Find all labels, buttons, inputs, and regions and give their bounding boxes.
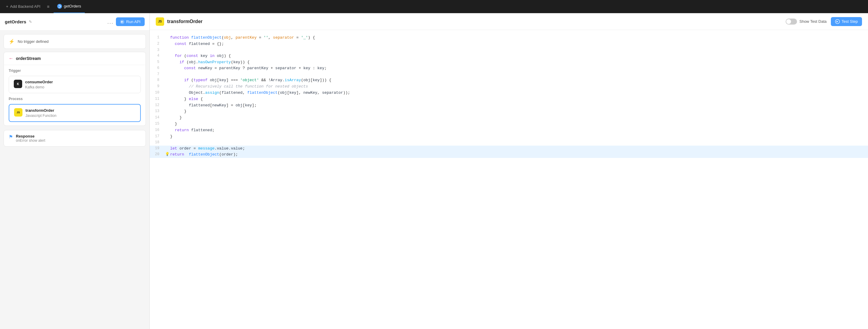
lightning-icon: ⚡ — [9, 39, 15, 44]
more-button[interactable]: ... — [107, 19, 114, 25]
code-line-5: 5 if (obj.hasOwnProperty(key)) { — [150, 59, 868, 66]
test-step-button[interactable]: ▶ Test Step — [831, 17, 862, 26]
code-line-12: 12 flattened[newKey] = obj[key]; — [150, 102, 868, 109]
menu-icon[interactable]: ≡ — [45, 3, 51, 10]
title-area: getOrders ✎ — [5, 19, 32, 24]
response-card[interactable]: ⚑ Response onError show alert — [4, 130, 146, 147]
code-line-19: 19 let order = message.value.value; — [150, 146, 868, 152]
tab-icon — [57, 4, 62, 9]
left-panel-header: getOrders ✎ ... ▶ Run API — [0, 13, 150, 31]
edit-icon[interactable]: ✎ — [29, 20, 32, 24]
panel-actions: ... ▶ Run API — [107, 18, 145, 26]
consume-order-info: consumeOrder Kafka demo — [25, 80, 53, 89]
right-panel: JS transformOrder Show Test Data ▶ Test … — [150, 13, 868, 329]
code-line-20: 20 💡 return flattenObject(order); — [150, 152, 868, 158]
code-line-2: 2 const flattened = {}; — [150, 41, 868, 47]
code-line-10: 10 Object.assign(flattened, flattenObjec… — [150, 90, 868, 96]
add-backend-api-button[interactable]: + Add Backend API — [4, 3, 43, 10]
code-line-1: 1 function flattenObject(obj, parentKey … — [150, 35, 868, 41]
code-line-4: 4 for (const key in obj) { — [150, 53, 868, 59]
stream-icon: ← — [9, 56, 13, 61]
consume-order-subtitle: Kafka demo — [25, 85, 53, 89]
code-line-7: 7 — [150, 71, 868, 77]
test-step-play-icon: ▶ — [835, 19, 840, 24]
response-subtitle: onError show alert — [16, 139, 45, 143]
plus-icon: + — [6, 4, 8, 9]
code-line-3: 3 — [150, 47, 868, 53]
transform-order-info: transformOrder Javascript Function — [26, 108, 56, 118]
response-info: Response onError show alert — [16, 134, 45, 143]
test-step-label: Test Step — [842, 19, 858, 24]
trigger-label: Trigger — [9, 69, 141, 73]
show-test-data-toggle[interactable] — [786, 19, 797, 25]
js-badge: JS — [156, 18, 164, 26]
left-panel-body: ⚡ No trigger defined ← orderStream Trigg… — [0, 31, 150, 329]
panel-title: getOrders — [5, 19, 26, 24]
code-line-11: 11 } else { — [150, 96, 868, 102]
transform-order-title: transformOrder — [26, 108, 56, 113]
consume-order-title: consumeOrder — [25, 80, 53, 84]
js-icon: JS — [14, 108, 23, 117]
kafka-icon: K — [14, 80, 22, 88]
code-editor-title-area: JS transformOrder — [156, 18, 203, 26]
order-stream-body: Trigger K consumeOrder Kafka demo Proces… — [4, 65, 146, 125]
show-test-data-label: Show Test Data — [799, 19, 827, 24]
add-api-label: Add Backend API — [10, 4, 40, 9]
code-editor-body: 1 function flattenObject(obj, parentKey … — [150, 30, 868, 329]
code-line-9: 9 // Recursively call the function for n… — [150, 84, 868, 90]
code-editor-actions: Show Test Data ▶ Test Step — [786, 17, 862, 26]
show-test-data-toggle-container: Show Test Data — [786, 19, 827, 25]
main-content: getOrders ✎ ... ▶ Run API ⚡ No trigger d… — [0, 13, 868, 329]
run-api-label: Run API — [126, 20, 141, 24]
order-stream-card: ← orderStream Trigger K consumeOrder Kaf… — [4, 52, 146, 126]
no-trigger-card[interactable]: ⚡ No trigger defined — [4, 34, 146, 49]
process-label: Process — [9, 97, 141, 101]
response-title: Response — [16, 134, 45, 139]
topbar: + Add Backend API ≡ getOrders — [0, 0, 868, 13]
no-trigger-label: No trigger defined — [18, 39, 49, 44]
stream-title: orderStream — [16, 56, 41, 61]
code-line-14: 14 } — [150, 115, 868, 121]
play-icon: ▶ — [120, 20, 124, 24]
tab-label: getOrders — [64, 4, 81, 8]
consume-order-step[interactable]: K consumeOrder Kafka demo — [9, 76, 141, 93]
code-line-18: 18 — [150, 140, 868, 145]
code-editor-title: transformOrder — [167, 19, 203, 24]
code-line-13: 13 } — [150, 109, 868, 115]
run-api-button[interactable]: ▶ Run API — [116, 18, 145, 26]
code-line-8: 8 if (typeof obj[key] === 'object' && !A… — [150, 77, 868, 84]
get-orders-tab[interactable]: getOrders — [54, 0, 85, 13]
transform-order-step[interactable]: JS transformOrder Javascript Function — [9, 104, 141, 122]
code-line-15: 15 } — [150, 121, 868, 127]
bulb-icon: 💡 — [165, 152, 169, 157]
left-panel: getOrders ✎ ... ▶ Run API ⚡ No trigger d… — [0, 13, 150, 329]
code-editor-header: JS transformOrder Show Test Data ▶ Test … — [150, 13, 868, 30]
order-stream-header[interactable]: ← orderStream — [4, 52, 146, 65]
response-icon: ⚑ — [9, 134, 13, 140]
code-line-17: 17 } — [150, 133, 868, 140]
code-line-6: 6 const newKey = parentKey ? parentKey +… — [150, 65, 868, 71]
transform-order-subtitle: Javascript Function — [26, 114, 56, 118]
code-line-16: 16 return flattened; — [150, 127, 868, 133]
